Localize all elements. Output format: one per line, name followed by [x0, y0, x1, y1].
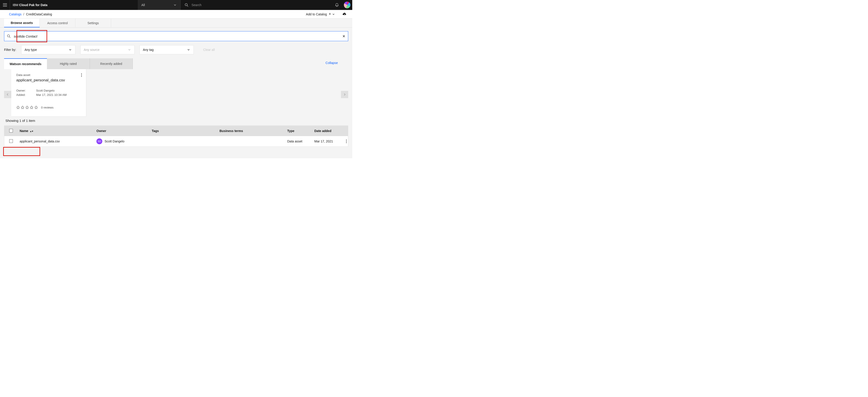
results-count: Showing 1 of 1 item: [4, 118, 37, 123]
cloud-sync-icon[interactable]: [342, 12, 347, 17]
col-name[interactable]: Name▲▼: [18, 129, 95, 133]
breadcrumb-current: CreditDataCatalog: [26, 12, 52, 16]
search-icon: [185, 3, 188, 7]
content-area: ✕ Filter by: Any type Any source Any tag…: [0, 28, 352, 158]
tab-browse-assets[interactable]: Browse assets: [4, 19, 40, 27]
plus-icon: +: [329, 12, 331, 17]
owner-key: Owner:: [16, 89, 30, 92]
user-avatar[interactable]: [344, 2, 350, 8]
checkbox-icon: [9, 139, 13, 143]
hamburger-menu-button[interactable]: [0, 0, 10, 10]
row-overflow-menu[interactable]: [344, 140, 352, 143]
tab-watson-recommends[interactable]: Watson recommends: [4, 58, 47, 69]
filter-source-dropdown[interactable]: Any source: [81, 45, 134, 54]
col-date[interactable]: Date added: [312, 129, 344, 133]
star-icon: [30, 106, 33, 109]
collapse-link[interactable]: Collapse: [326, 61, 338, 65]
assets-table: Name▲▼ Owner Tags Business terms Type Da…: [4, 125, 348, 147]
scroll-left-button[interactable]: [4, 91, 11, 98]
recommendation-strip: Data asset applicant_personal_data.csv O…: [4, 69, 348, 117]
brand-prefix: IBM: [13, 3, 18, 7]
row-owner: SD Scott Dangelo: [95, 138, 150, 144]
row-type: Data asset: [285, 140, 312, 143]
filter-label: Filter by:: [4, 48, 16, 52]
col-owner[interactable]: Owner: [95, 129, 150, 133]
review-count: 0 reviews: [41, 106, 54, 109]
svg-point-0: [185, 4, 187, 6]
svg-point-4: [81, 76, 82, 77]
asset-search-row: ✕: [4, 31, 348, 41]
owner-avatar: SD: [96, 138, 102, 144]
star-icon: [34, 106, 38, 109]
card-overflow-menu[interactable]: [81, 73, 82, 77]
clear-all-filters: Clear all: [203, 48, 215, 52]
star-icon: [21, 106, 24, 109]
global-search-placeholder: Search: [191, 3, 202, 7]
col-tags[interactable]: Tags: [150, 129, 218, 133]
filter-tag-value: Any tag: [143, 48, 154, 52]
recommendation-tabs: Watson recommends Highly rated Recently …: [4, 58, 348, 69]
search-icon: [7, 34, 10, 38]
svg-point-3: [81, 75, 82, 76]
clear-search-button[interactable]: ✕: [342, 34, 345, 38]
notifications-button[interactable]: [332, 0, 342, 10]
owner-name: Scott Dangelo: [104, 140, 124, 143]
filter-source-value: Any source: [84, 48, 100, 52]
asset-type-label: Data asset: [16, 73, 81, 77]
scroll-right-button[interactable]: [341, 91, 348, 98]
svg-point-5: [346, 140, 347, 140]
page-tabs: Browse assets Access control Settings: [0, 19, 352, 28]
filter-row: Filter by: Any type Any source Any tag C…: [4, 45, 348, 54]
star-icon: [25, 106, 29, 109]
added-key: Added:: [16, 93, 30, 96]
svg-point-6: [346, 141, 347, 142]
tab-settings[interactable]: Settings: [75, 19, 111, 27]
tab-recently-added[interactable]: Recently added: [90, 58, 133, 69]
col-type[interactable]: Type: [285, 129, 312, 133]
table-header: Name▲▼ Owner Tags Business terms Type Da…: [4, 126, 348, 136]
chevron-down-icon: [173, 3, 177, 7]
col-terms[interactable]: Business terms: [218, 129, 285, 133]
asset-search-input[interactable]: [14, 34, 342, 38]
scope-dropdown[interactable]: All: [138, 0, 181, 10]
star-icon: [16, 106, 20, 109]
asset-title: applicant_personal_data.csv: [16, 78, 81, 83]
scope-label: All: [142, 3, 145, 7]
global-search[interactable]: Search: [182, 0, 322, 10]
svg-point-7: [346, 142, 347, 143]
tab-highly-rated[interactable]: Highly rated: [47, 58, 90, 69]
row-name[interactable]: applicant_personal_data.csv: [18, 140, 95, 143]
breadcrumb-root-link[interactable]: Catalogs: [9, 12, 22, 16]
add-to-catalog-label: Add to Catalog: [306, 12, 327, 16]
row-date: Mar 17, 2021: [312, 140, 344, 143]
global-header: IBM Cloud Pak for Data All Search: [0, 0, 352, 10]
owner-value: Scott Dangelo: [36, 89, 55, 92]
add-to-catalog-button[interactable]: Add to Catalog +: [304, 11, 337, 18]
breadcrumb-bar: Catalogs / CreditDataCatalog Add to Cata…: [0, 10, 352, 19]
added-value: Mar 17, 2021 10:34 AM: [36, 93, 67, 96]
checkbox-icon: [9, 129, 13, 133]
chevron-down-icon: [187, 48, 190, 52]
chevron-down-icon: [332, 13, 335, 16]
tab-access-control[interactable]: Access control: [40, 19, 75, 27]
brand-name: Cloud Pak for Data: [19, 3, 48, 7]
breadcrumb-separator: /: [23, 12, 24, 16]
chevron-down-icon: [68, 48, 72, 52]
rating-stars[interactable]: 0 reviews: [16, 106, 81, 109]
select-all-cell[interactable]: [4, 129, 18, 133]
sort-icon: ▲▼: [30, 130, 33, 133]
row-select-cell[interactable]: [4, 139, 18, 144]
svg-point-2: [81, 74, 82, 74]
filter-type-dropdown[interactable]: Any type: [21, 45, 75, 54]
asset-card[interactable]: Data asset applicant_personal_data.csv O…: [11, 69, 86, 117]
svg-point-1: [7, 35, 10, 37]
filter-tag-dropdown[interactable]: Any tag: [140, 45, 194, 54]
table-row[interactable]: applicant_personal_data.csv SD Scott Dan…: [4, 136, 348, 146]
filter-type-value: Any type: [25, 48, 37, 52]
annotation-highlight: [3, 147, 40, 156]
brand-label: IBM Cloud Pak for Data: [10, 3, 50, 7]
chevron-down-icon: [128, 48, 131, 52]
